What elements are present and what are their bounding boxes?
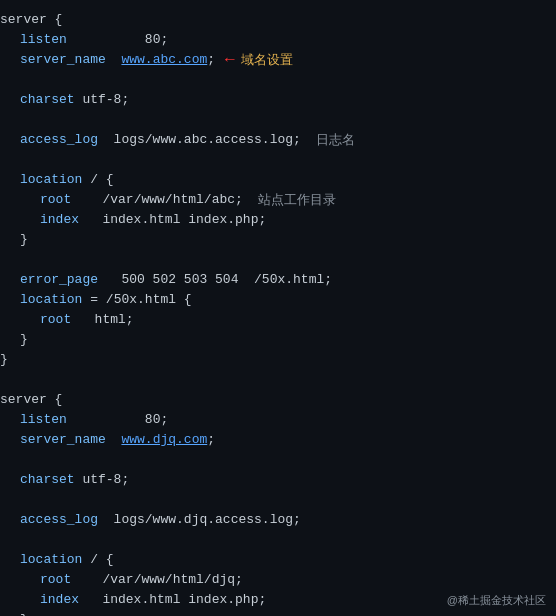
keyword-listen: listen [20,31,67,49]
keyword-access-log: access_log [20,131,98,149]
code-text: /var/www/html/djq; [71,571,243,589]
line-blank-5 [0,370,556,390]
code-text: } [20,231,28,249]
line-blank-1 [0,70,556,90]
keyword-index-1: index [40,211,79,229]
code-text: } [0,351,8,369]
line-10: root /var/www/html/abc; 站点工作目录 [0,190,556,210]
keyword-index-2: index [40,591,79,609]
code-text [106,431,122,449]
code-text: logs/www.djq.access.log; [98,511,301,529]
line-blank-4 [0,250,556,270]
keyword-charset: charset [20,91,75,109]
keyword-charset-2: charset [20,471,75,489]
code-text: /var/www/html/abc; [71,191,258,209]
keyword-server-name: server_name [20,51,106,69]
line-17: } [0,330,556,350]
code-text: index.html index.php; [79,211,266,229]
code-text: logs/www.abc.access.log; [98,131,316,149]
keyword-root-1: root [40,191,71,209]
line-24: charset utf-8; [0,470,556,490]
code-text: 80; [67,31,168,49]
keyword-root-3: root [40,571,71,589]
line-blank-8 [0,530,556,550]
code-block: server { listen 80; server_name www.abc.… [0,0,556,616]
keyword-location-3: location [20,551,82,569]
code-text: utf-8; [75,91,130,109]
code-text: ; [207,51,215,69]
domain-djq: www.djq.com [121,431,207,449]
line-15: location = /50x.html { [0,290,556,310]
code-text: } [20,611,28,616]
keyword-listen-2: listen [20,411,67,429]
line-28: location / { [0,550,556,570]
line-16: root html; [0,310,556,330]
code-text: ; [207,431,215,449]
comment-log-name: 日志名 [316,131,355,149]
keyword-access-log-2: access_log [20,511,98,529]
line-blank-7 [0,490,556,510]
keyword-server-name-2: server_name [20,431,106,449]
code-text: 500 502 503 504 /50x.html; [98,271,332,289]
keyword-location-2: location [20,291,82,309]
line-20: server { [0,390,556,410]
line-18: } [0,350,556,370]
watermark: @稀土掘金技术社区 [447,593,546,608]
line-1: server { [0,10,556,30]
code-text: html; [71,311,133,329]
line-9: location / { [0,170,556,190]
code-text: utf-8; [75,471,130,489]
line-2: listen 80; [0,30,556,50]
keyword-location-1: location [20,171,82,189]
code-text: 80; [67,411,168,429]
code-text: / { [82,551,113,569]
line-7: access_log logs/www.abc.access.log; 日志名 [0,130,556,150]
code-text [106,51,122,69]
line-11: index index.html index.php; [0,210,556,230]
comment-workdir: 站点工作目录 [258,191,336,209]
annotation-domain: 域名设置 [241,51,293,69]
line-31: } [0,610,556,616]
line-22: server_name www.djq.com; [0,430,556,450]
line-blank-3 [0,150,556,170]
line-26: access_log logs/www.djq.access.log; [0,510,556,530]
line-blank-2 [0,110,556,130]
code-text: index.html index.php; [79,591,266,609]
domain-abc: www.abc.com [121,51,207,69]
code-text: server { [0,391,62,409]
keyword-error-page-1: error_page [20,271,98,289]
code-text: server { [0,11,62,29]
arrow-icon: ← [225,51,235,69]
line-5: charset utf-8; [0,90,556,110]
line-12: } [0,230,556,250]
line-14: error_page 500 502 503 504 /50x.html; [0,270,556,290]
line-blank-6 [0,450,556,470]
code-text: = /50x.html { [82,291,191,309]
keyword-root-2: root [40,311,71,329]
code-text: } [20,331,28,349]
code-text: / { [82,171,113,189]
line-3: server_name www.abc.com; ← 域名设置 [0,50,556,70]
line-21: listen 80; [0,410,556,430]
line-29: root /var/www/html/djq; [0,570,556,590]
